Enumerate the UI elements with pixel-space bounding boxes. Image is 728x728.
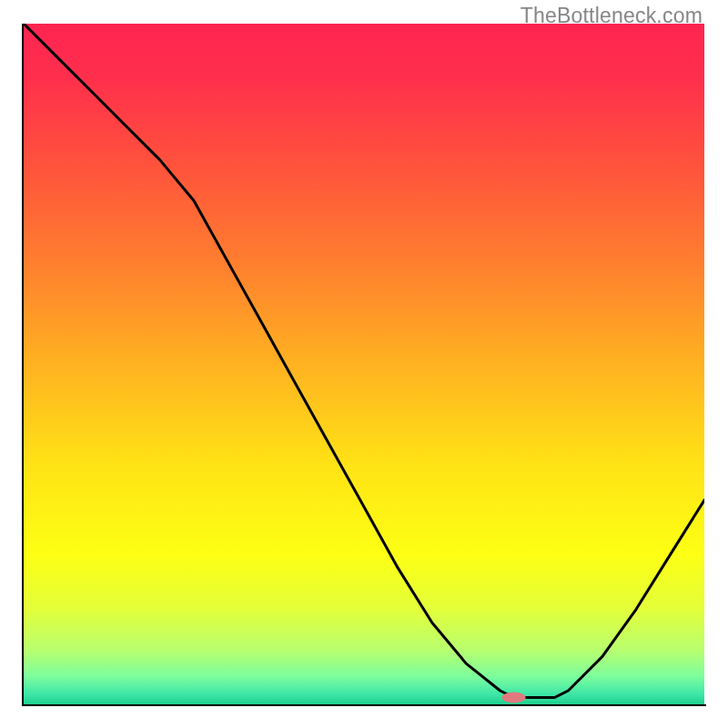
- chart-overlay: [24, 24, 704, 704]
- bottleneck-chart: TheBottleneck.com: [0, 0, 728, 728]
- bottleneck-curve: [24, 24, 704, 698]
- x-axis-line: [22, 704, 706, 706]
- plot-area: [24, 24, 704, 704]
- optimal-marker: [502, 693, 526, 703]
